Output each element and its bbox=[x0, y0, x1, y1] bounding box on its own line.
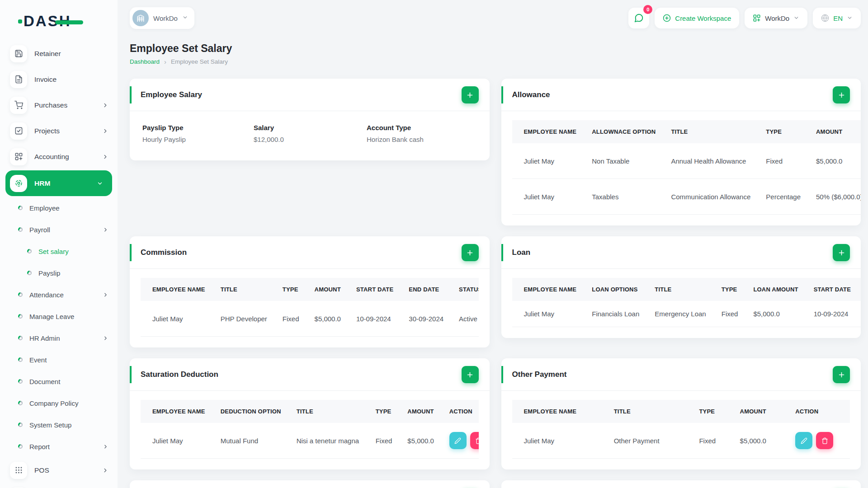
column-header: TITLE bbox=[209, 278, 271, 301]
sidebar-item-label: Event bbox=[29, 356, 108, 364]
bullet-icon bbox=[18, 444, 23, 449]
cell-loan-amount: $5,000.0 bbox=[741, 301, 802, 327]
info-col: Salary $12,000.0 bbox=[254, 124, 367, 143]
sidebar-item-set-salary[interactable]: Set salary bbox=[0, 240, 118, 262]
edit-button[interactable] bbox=[795, 432, 812, 449]
sidebar-item-hrm[interactable]: HRM bbox=[5, 170, 112, 196]
sidebar-item-accounting[interactable]: Accounting bbox=[0, 144, 118, 169]
column-header: DEDUCTION OPTION bbox=[209, 400, 285, 423]
chat-icon bbox=[634, 13, 644, 23]
cell-title: Other Payment bbox=[602, 423, 688, 459]
create-workspace-label: Create Workspace bbox=[675, 14, 731, 22]
sidebar-item-event[interactable]: Event bbox=[0, 349, 118, 371]
invoice-icon bbox=[10, 71, 27, 88]
cell-type: Fixed bbox=[364, 423, 396, 459]
column-header: ALLOWNACE OPTION bbox=[580, 120, 659, 143]
bullet-icon bbox=[18, 401, 23, 405]
cart-icon bbox=[10, 97, 27, 114]
sidebar-item-label: System Setup bbox=[29, 421, 108, 429]
sidebar-item-payslip[interactable]: Payslip bbox=[0, 262, 118, 284]
create-workspace-button[interactable]: Create Workspace bbox=[655, 8, 739, 28]
language-button[interactable]: EN bbox=[813, 8, 861, 28]
cell-employee-name: Juliet May bbox=[141, 301, 209, 337]
cell-employee-name: Juliet May bbox=[512, 301, 580, 327]
chevron-down-icon bbox=[793, 14, 799, 22]
bullet-icon bbox=[18, 292, 23, 297]
column-header: TITLE bbox=[602, 400, 688, 423]
sidebar-item-company-policy[interactable]: Company Policy bbox=[0, 392, 118, 414]
brand-logo-text: DASH bbox=[24, 13, 71, 30]
sidebar-item-employee[interactable]: Employee bbox=[0, 197, 118, 219]
sidebar-item-document[interactable]: Document bbox=[0, 371, 118, 392]
sidebar-item-retainer[interactable]: Retainer bbox=[0, 41, 118, 66]
plus-icon bbox=[838, 92, 845, 99]
sidebar-item-hr-admin[interactable]: HR Admin bbox=[0, 327, 118, 349]
column-header: AMOUNT bbox=[396, 400, 437, 423]
column-header: LOAN OPTIONS bbox=[580, 278, 643, 301]
workspace-switcher-button[interactable]: WorkDo bbox=[130, 7, 194, 29]
info-label: Payslip Type bbox=[142, 124, 254, 131]
sidebar-item-projects[interactable]: Projects bbox=[0, 118, 118, 144]
sidebar-item-label: Employee bbox=[29, 204, 108, 212]
cell-loan-option: Financials Loan bbox=[580, 301, 643, 327]
breadcrumb: Dashboard › Employee Set Salary bbox=[130, 58, 861, 65]
table-header-row: EMPLOYEE NAME TITLE TYPE AMOUNT START DA… bbox=[141, 278, 479, 301]
card-title: Other Payment bbox=[512, 370, 567, 379]
column-header: START DATE bbox=[802, 278, 854, 301]
info-label: Account Type bbox=[367, 124, 479, 131]
sidebar-item-crm[interactable]: CRM bbox=[0, 483, 118, 488]
language-label: EN bbox=[833, 14, 843, 22]
sidebar-item-invoice[interactable]: Invoice bbox=[0, 66, 118, 92]
edit-button[interactable] bbox=[449, 432, 467, 449]
sidebar-item-attendance[interactable]: Attendance bbox=[0, 284, 118, 305]
page-title: Employee Set Salary bbox=[130, 42, 861, 55]
sidebar-item-system-setup[interactable]: System Setup bbox=[0, 414, 118, 436]
sidebar-item-label: Set salary bbox=[38, 248, 108, 255]
topbar-right: 0 Create Workspace WorkDo EN bbox=[628, 8, 861, 28]
add-other-payment-button[interactable] bbox=[833, 366, 850, 383]
add-commission-button[interactable] bbox=[462, 244, 479, 261]
column-header: TYPE bbox=[754, 120, 804, 143]
cards-grid: Employee Salary Payslip Type Hourly Pays… bbox=[130, 79, 861, 488]
column-header: LOAN AMOUNT bbox=[741, 278, 802, 301]
cell-amount: 50% ($6,000.0) bbox=[804, 179, 861, 215]
delete-button[interactable] bbox=[816, 432, 833, 449]
sidebar-item-purchases[interactable]: Purchases bbox=[0, 92, 118, 118]
card-header: Commission bbox=[130, 236, 490, 269]
add-employee-salary-button[interactable] bbox=[462, 86, 479, 103]
allowance-table: EMPLOYEE NAME ALLOWNACE OPTION TITLE TYP… bbox=[512, 120, 861, 215]
card-header: Other Payment bbox=[501, 358, 861, 391]
card-header: Company Contribution bbox=[501, 480, 861, 488]
allowance-card: Allowance EMPLOYEE NAME ALLOWNACE OPTION bbox=[501, 79, 861, 225]
chevron-down-icon bbox=[97, 180, 103, 187]
sidebar-item-label: Purchases bbox=[34, 101, 95, 109]
cell-actions bbox=[438, 423, 479, 459]
add-saturation-deduction-button[interactable] bbox=[462, 366, 479, 383]
brand-logo[interactable]: DASH bbox=[0, 0, 118, 36]
sidebar-item-manage-leave[interactable]: Manage Leave bbox=[0, 305, 118, 327]
add-loan-button[interactable] bbox=[833, 244, 850, 261]
cell-title: Nisi a tenetur magna bbox=[285, 423, 364, 459]
card-header: Employee Salary bbox=[130, 79, 490, 111]
chevron-right-icon bbox=[103, 227, 108, 233]
bullet-icon bbox=[27, 249, 32, 253]
trash-icon bbox=[475, 437, 478, 444]
table-row: Juliet May Mutual Fund Nisi a tenetur ma… bbox=[141, 423, 479, 459]
sidebar-item-report[interactable]: Report bbox=[0, 436, 118, 457]
cell-title: Annual Health Allowance bbox=[659, 143, 754, 179]
bullet-icon bbox=[18, 314, 23, 319]
add-allowance-button[interactable] bbox=[833, 86, 850, 103]
table-row: Juliet May Non Taxable Annual Health All… bbox=[512, 143, 861, 179]
overtime-card: Overtime bbox=[130, 480, 490, 488]
breadcrumb-dashboard-link[interactable]: Dashboard bbox=[130, 58, 160, 65]
cell-allowance-option: Taxables bbox=[580, 179, 659, 215]
sidebar-item-pos[interactable]: POS bbox=[0, 457, 118, 483]
column-header: END DATE bbox=[854, 278, 861, 301]
sidebar-item-payroll[interactable]: Payroll bbox=[0, 219, 118, 240]
card-header: Allowance bbox=[501, 79, 861, 111]
workdo-menu-button[interactable]: WorkDo bbox=[745, 8, 807, 28]
messages-button[interactable]: 0 bbox=[628, 8, 649, 28]
column-header: TITLE bbox=[643, 278, 709, 301]
card-body: Payslip Type Hourly Payslip Salary $12,0… bbox=[130, 111, 490, 160]
delete-button[interactable] bbox=[470, 432, 479, 449]
